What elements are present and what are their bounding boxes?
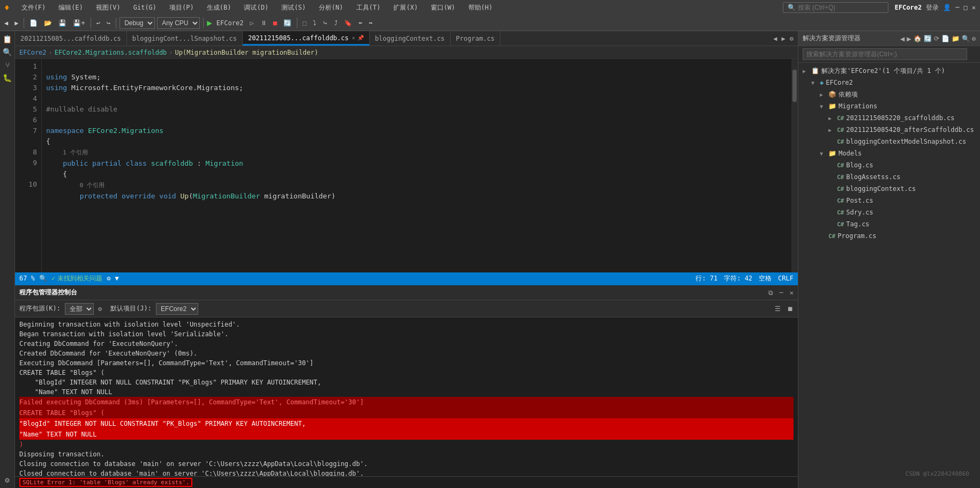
- toolbar-step-out[interactable]: ⤴: [332, 18, 340, 28]
- toolbar-attach[interactable]: ⏸: [258, 18, 269, 28]
- toolbar-run-outline[interactable]: ▷: [248, 18, 256, 28]
- tab-1[interactable]: bloggingCont...lSnapshot.cs: [127, 31, 243, 46]
- solution-root[interactable]: ▶ 📋 解决方案'EFCore2'(1 个项目/共 1 个): [798, 65, 980, 77]
- toolbar-bookmark[interactable]: 🔖: [342, 18, 354, 28]
- menu-debug[interactable]: 调试(D): [241, 2, 272, 13]
- menu-git[interactable]: Git(G): [130, 3, 160, 12]
- toolbar-back[interactable]: ◀: [2, 18, 10, 28]
- model-file-1[interactable]: C# BlogAssetss.cs: [798, 171, 980, 183]
- editor-scroll-thumb[interactable]: [792, 70, 797, 102]
- global-search-box[interactable]: 🔍: [783, 2, 888, 13]
- sol-icon-new-file[interactable]: 📄: [941, 35, 949, 42]
- tab-2-close[interactable]: ✕: [352, 35, 355, 41]
- sidebar-icon-search[interactable]: 🔍: [2, 46, 13, 58]
- menu-file[interactable]: 文件(F): [18, 2, 49, 13]
- sol-icon-sync[interactable]: ⟳: [934, 35, 939, 42]
- console-minimize[interactable]: ─: [780, 289, 783, 297]
- solution-search-input[interactable]: [803, 48, 967, 60]
- tab-settings[interactable]: ⚙: [788, 35, 796, 42]
- menu-test[interactable]: 测试(S): [278, 2, 309, 13]
- code-editor[interactable]: 1 2 3 4 5 6 7 8 9 10 using System; using…: [15, 59, 798, 272]
- editor-scrollbar[interactable]: [791, 59, 798, 272]
- console-close[interactable]: ✕: [790, 289, 794, 297]
- toolbar-open[interactable]: 📂: [42, 18, 54, 28]
- tab-scroll-right[interactable]: ▶: [780, 35, 788, 42]
- breadcrumb-part2[interactable]: Up(MigrationBuilder migrationBuilder): [175, 49, 318, 56]
- toolbar-nav-prev[interactable]: ⬅: [356, 18, 364, 28]
- zoom-icon[interactable]: 🔍: [39, 275, 47, 282]
- console-content[interactable]: Beginning transaction with isolation lev…: [15, 317, 798, 476]
- breadcrumb-part1[interactable]: EFCore2.Migrations.scaffolddb: [55, 49, 167, 56]
- model-file-5[interactable]: C# Tag.cs: [798, 218, 980, 230]
- toolbar-forward[interactable]: ▶: [12, 18, 20, 28]
- sol-icon-back[interactable]: ◀: [900, 34, 904, 43]
- toolbar-new-project[interactable]: 📄: [27, 18, 40, 28]
- model-file-4[interactable]: C# Sdry.cs: [798, 206, 980, 218]
- model-file-2[interactable]: C# bloggingContext.cs: [798, 183, 980, 195]
- menu-view[interactable]: 视图(V): [93, 2, 124, 13]
- toolbar-step-over[interactable]: ⤵: [311, 18, 318, 28]
- toolbar-redo[interactable]: ↪: [104, 18, 113, 28]
- menu-tools[interactable]: 工具(T): [353, 2, 384, 13]
- breadcrumb-part0[interactable]: EFCore2: [19, 49, 47, 56]
- sol-icon-settings[interactable]: ⚙: [972, 35, 976, 42]
- console-stop-icon[interactable]: ⏹: [787, 305, 794, 313]
- tab-2-label: 20211215085...caffolddb.cs: [248, 34, 349, 42]
- login-button[interactable]: 登录: [926, 3, 939, 12]
- console-gear-icon[interactable]: ⚙: [98, 305, 102, 313]
- window-maximize[interactable]: □: [964, 4, 968, 11]
- menu-build[interactable]: 生成(B): [204, 2, 235, 13]
- migrations-folder[interactable]: ▼ 📁 Migrations: [798, 100, 980, 112]
- console-list-icon[interactable]: ☰: [775, 305, 781, 313]
- migration-file-1[interactable]: ▶ C# 20211215085420_afterScaffolddb.cs: [798, 124, 980, 136]
- sidebar-icon-explorer[interactable]: 📋: [2, 33, 13, 45]
- sidebar-icon-debug[interactable]: 🐛: [2, 72, 13, 84]
- toolbar-nav-next[interactable]: ➡: [366, 18, 375, 28]
- model-file-0[interactable]: C# Blog.cs: [798, 159, 980, 171]
- toolbar-save[interactable]: 💾: [56, 18, 69, 28]
- program-file[interactable]: C# Program.cs: [798, 230, 980, 242]
- menu-window[interactable]: 窗口(W): [428, 2, 459, 13]
- tab-4[interactable]: Program.cs: [451, 31, 500, 46]
- sol-icon-forward[interactable]: ▶: [907, 34, 911, 43]
- tab-scroll-left[interactable]: ◀: [771, 35, 779, 42]
- toolbar-breakpoint[interactable]: ⬚: [301, 18, 309, 28]
- toolbar-save-all[interactable]: 💾+: [71, 18, 87, 28]
- default-project-select[interactable]: EFCore2: [156, 303, 198, 315]
- menu-project[interactable]: 项目(P): [166, 2, 197, 13]
- global-search-input[interactable]: [798, 4, 884, 11]
- model-file-3[interactable]: C# Post.cs: [798, 195, 980, 206]
- tab-2-pin[interactable]: 📌: [357, 35, 364, 41]
- tab-0[interactable]: 20211215085...caffolddb.cs: [15, 31, 127, 46]
- toolbar-step-into[interactable]: ⤷: [320, 18, 330, 28]
- debug-config-select[interactable]: Debug: [119, 17, 155, 29]
- window-close[interactable]: ✕: [972, 4, 976, 11]
- toolbar-undo[interactable]: ↩: [94, 18, 102, 28]
- sol-icon-search[interactable]: 🔍: [962, 35, 970, 42]
- migration-file-0[interactable]: ▶ C# 20211215085220_scaffolddb.cs: [798, 112, 980, 124]
- source-select[interactable]: 全部: [65, 303, 94, 315]
- models-folder[interactable]: ▼ 📁 Models: [798, 147, 980, 159]
- console-float[interactable]: ⧉: [768, 289, 773, 297]
- menu-help[interactable]: 帮助(H): [465, 2, 496, 13]
- menu-analyze[interactable]: 分析(N): [316, 2, 347, 13]
- sol-icon-home[interactable]: 🏠: [914, 35, 922, 42]
- toolbar-stop[interactable]: ■: [271, 18, 279, 28]
- migration-file-2[interactable]: C# bloggingContextModelSnapshot.cs: [798, 136, 980, 147]
- menu-edit[interactable]: 编辑(E): [55, 2, 86, 13]
- window-minimize[interactable]: ─: [955, 4, 959, 11]
- project-node[interactable]: ▼ ◈ EFCore2: [798, 77, 980, 88]
- code-content[interactable]: using System; using Microsoft.EntityFram…: [42, 59, 798, 272]
- menu-extensions[interactable]: 扩展(X): [390, 2, 421, 13]
- sidebar-icon-git[interactable]: ⑂: [2, 59, 13, 71]
- toolbar-restart[interactable]: 🔄: [281, 18, 294, 28]
- dependencies-node[interactable]: ▶ 📦 依赖项: [798, 88, 980, 100]
- sidebar-icon-tools[interactable]: ⚙: [2, 474, 13, 486]
- sol-icon-refresh[interactable]: 🔄: [924, 35, 932, 42]
- sol-icon-new-folder[interactable]: 📁: [952, 35, 960, 42]
- tab-2[interactable]: 20211215085...caffolddb.cs ✕ 📌: [243, 31, 370, 46]
- status-settings-icon[interactable]: ⚙: [107, 275, 110, 282]
- run-button[interactable]: ▶: [207, 18, 212, 28]
- platform-select[interactable]: Any CPU: [157, 17, 200, 29]
- tab-3[interactable]: bloggingContext.cs: [370, 31, 451, 46]
